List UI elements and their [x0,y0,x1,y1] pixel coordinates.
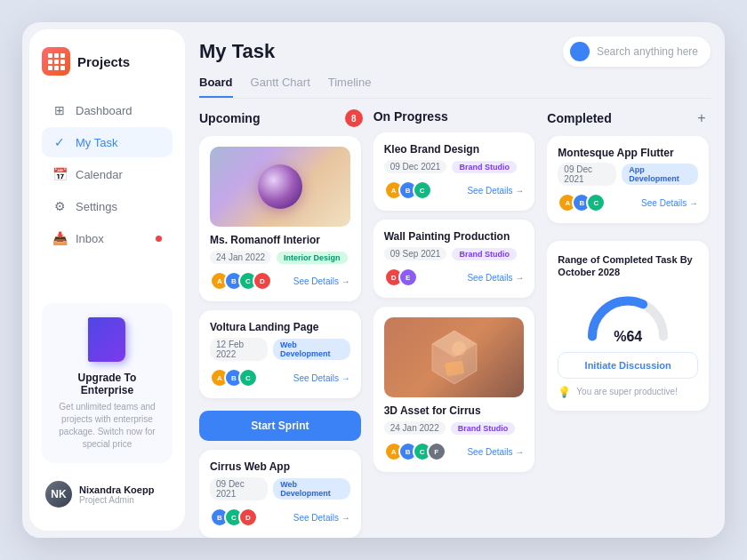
productive-message: 💡 You are super productive! [558,386,698,398]
card-montesque: Montesque App Flutter 09 Dec 2021 App De… [547,136,709,223]
search-placeholder: Search anything here [597,45,698,58]
avatar-3: C [238,368,258,388]
productive-text: You are super productive! [576,387,678,396]
card-date-wall-painting: 09 Sep 2021 [384,247,447,260]
logo-icon [42,47,70,76]
avatar-2: E [398,268,418,287]
completed-scroll: Montesque App Flutter 09 Dec 2021 App De… [547,136,711,538]
upgrade-section: Upgrade To Enterprise Get unlimited team… [42,303,173,463]
bulb-icon: 💡 [558,386,571,398]
avatar-4: F [427,442,446,461]
avatar-4: D [253,271,272,291]
search-bar[interactable]: Search anything here [563,36,711,67]
card-wall-painting: Wall Painting Production 09 Sep 2021 Bra… [374,220,535,298]
sidebar-label-settings: Settings [76,200,117,213]
card-avatars-3d-asset: A B C F [384,442,441,461]
card-date-montesque: 09 Dec 2021 [558,163,616,186]
gauge-percent: %64 [614,329,642,345]
3d-decoration [428,326,481,388]
card-title-cirrus-web: Cirrus Web App [210,460,350,473]
app-name: Projects [77,54,130,69]
add-completed-button[interactable]: + [693,109,711,127]
see-details-kleo[interactable]: See Details → [467,186,524,196]
card-avatars-romanoff: A B C D [210,271,267,291]
column-upcoming: Upcoming 8 Ms. Romanoff Interior 24 Ja [199,109,363,538]
columns-container: Upcoming 8 Ms. Romanoff Interior 24 Ja [199,109,711,538]
page-title: My Task [199,40,275,63]
inbox-notification-dot [156,236,162,242]
user-role: Project Admin [79,495,169,505]
card-tag-kleo: Brand Studio [452,161,517,173]
check-icon: ✓ [52,135,67,149]
initiate-discussion-button[interactable]: Initiate Discussion [558,352,698,379]
card-image-romanoff [210,147,350,227]
upcoming-badge: 8 [345,109,363,127]
see-details-romanoff[interactable]: See Details → [293,276,350,286]
sidebar-item-dashboard[interactable]: ⊞ Dashboard [42,95,173,125]
sidebar-item-settings[interactable]: ⚙ Settings [42,191,173,221]
card-avatars-voltura: A B C [210,368,253,388]
card-tag-romanoff: Interior Design [277,252,348,264]
sphere-decoration [258,164,302,209]
card-title-wall-painting: Wall Painting Production [384,230,525,243]
card-romanoff: Ms. Romanoff Interior 24 Jan 2022 Interi… [199,136,361,301]
upgrade-desc: Get unlimited teams and projects with en… [52,401,162,451]
tab-board[interactable]: Board [199,76,233,98]
avatar-3: C [586,193,606,212]
grid-icon: ⊞ [52,103,67,117]
card-avatars-montesque: A B C [558,193,600,212]
sidebar-item-inbox[interactable]: 📥 Inbox [42,223,173,253]
avatar-3: C [413,180,432,200]
card-title-montesque: Montesque App Flutter [558,147,698,159]
card-avatars-cirrus-web: B C D [210,508,253,527]
upcoming-scroll: Ms. Romanoff Interior 24 Jan 2022 Interi… [199,136,363,538]
card-date-cirrus-web: 09 Dec 2021 [210,477,268,500]
column-on-progress: On Progress Kleo Brand Design 09 Dec 202… [374,109,537,538]
column-title-upcoming: Upcoming [199,111,260,125]
card-title-voltura: Voltura Landing Page [210,321,350,333]
card-cirrus-web: Cirrus Web App 09 Dec 2021 Web Developme… [199,450,361,538]
calendar-icon: 📅 [52,167,67,181]
card-avatars-kleo: A B C [384,180,427,200]
start-sprint-button[interactable]: Start Sprint [199,411,361,441]
gauge-title: Range of Completed Task By October 2028 [558,253,698,279]
tab-timeline[interactable]: Timeline [328,76,372,98]
tab-gantt[interactable]: Gantt Chart [251,76,310,98]
avatar: NK [45,481,72,508]
main-header: My Task Search anything here [199,36,711,67]
card-avatars-wall-painting: D E [384,268,413,287]
svg-point-3 [452,341,466,356]
see-details-wall-painting[interactable]: See Details → [467,273,524,283]
card-tag-cirrus-web: Web Development [273,478,349,500]
card-date-kleo: 09 Dec 2021 [384,160,447,173]
card-date-romanoff: 24 Jan 2022 [210,251,271,264]
upgrade-book-icon [83,316,132,364]
avatar-initials: NK [45,481,72,508]
card-title-3d-asset: 3D Asset for Cirrus [384,404,525,417]
main-content: My Task Search anything here Board Gantt… [185,22,725,538]
app-container: Projects ⊞ Dashboard ✓ My Task 📅 Calenda… [22,22,725,538]
card-kleo: Kleo Brand Design 09 Dec 2021 Brand Stud… [374,132,535,211]
sidebar-label-calendar: Calendar [76,168,123,181]
sidebar-label-dashboard: Dashboard [76,104,133,117]
on-progress-scroll: Kleo Brand Design 09 Dec 2021 Brand Stud… [374,132,537,538]
avatar-3: D [238,508,258,527]
see-details-voltura[interactable]: See Details → [293,373,350,383]
card-title-romanoff: Ms. Romanoff Interior [210,234,350,246]
sidebar-item-mytask[interactable]: ✓ My Task [42,127,173,157]
column-title-completed: Completed [547,111,611,125]
inbox-icon: 📥 [52,231,67,245]
sidebar-item-calendar[interactable]: 📅 Calendar [42,159,173,189]
card-tag-montesque: App Development [622,164,698,185]
sidebar-label-mytask: My Task [76,136,117,149]
see-details-cirrus-web[interactable]: See Details → [293,513,350,523]
gauge-card: Range of Completed Task By October 2028 … [547,241,709,411]
tab-bar: Board Gantt Chart Timeline [199,76,711,99]
user-name: Nixandra Koepp [79,484,169,495]
sidebar-logo: Projects [42,47,173,76]
column-title-on-progress: On Progress [374,109,448,124]
see-details-3d-asset[interactable]: See Details → [467,447,524,457]
gauge-visual: %64 [558,290,698,343]
card-voltura: Voltura Landing Page 12 Feb 2022 Web Dev… [199,310,361,398]
see-details-montesque[interactable]: See Details → [641,198,698,208]
